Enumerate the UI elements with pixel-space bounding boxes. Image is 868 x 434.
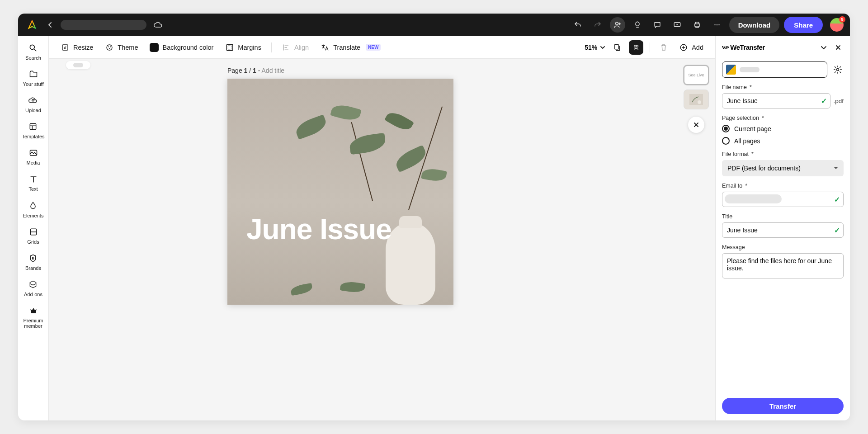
design-page[interactable]: June Issue bbox=[227, 79, 453, 305]
align-button: Align bbox=[278, 40, 312, 55]
close-thumbnails-button[interactable] bbox=[688, 117, 704, 133]
svg-point-3 bbox=[716, 24, 717, 25]
message-textarea[interactable]: Please find the files here for our June … bbox=[722, 253, 844, 278]
page-label[interactable]: Page 1 / 1 - Add title bbox=[227, 67, 284, 74]
grids-icon bbox=[28, 226, 39, 237]
wt-account-field[interactable] bbox=[722, 61, 827, 78]
sidebar-label: Grids bbox=[27, 239, 39, 245]
chevron-down-icon bbox=[600, 45, 605, 50]
add-title-link[interactable]: Add title bbox=[262, 67, 285, 74]
sidebar-label: Add-ons bbox=[24, 292, 42, 297]
svg-point-18 bbox=[634, 45, 637, 47]
bgcolor-button[interactable]: Background color bbox=[146, 40, 217, 55]
wt-header: weWeTransfer bbox=[716, 36, 850, 59]
sidebar-media[interactable]: Media bbox=[27, 147, 40, 165]
gear-icon[interactable] bbox=[832, 64, 844, 75]
back-button[interactable] bbox=[44, 19, 56, 31]
radio-all-pages[interactable]: All pages bbox=[722, 137, 844, 145]
resize-button[interactable]: Resize bbox=[57, 40, 97, 55]
svg-point-5 bbox=[30, 45, 35, 49]
canvas-toolbar: Resize Theme Background color Margins Al… bbox=[49, 36, 715, 59]
download-button[interactable]: Download bbox=[729, 17, 780, 33]
addons-icon bbox=[28, 279, 38, 290]
invite-icon[interactable] bbox=[610, 17, 625, 33]
canvas-viewport[interactable]: Page 1 / 1 - Add title June Issue See Li bbox=[49, 59, 715, 420]
file-format-label: File format bbox=[722, 151, 844, 157]
sidebar-elements[interactable]: Elements bbox=[23, 200, 44, 218]
sidebar-grids[interactable]: Grids bbox=[27, 226, 39, 245]
sidebar-addons[interactable]: Add-ons bbox=[24, 279, 42, 297]
more-icon[interactable] bbox=[709, 17, 725, 33]
wetransfer-logo: weWeTransfer bbox=[722, 43, 765, 51]
share-button[interactable]: Share bbox=[784, 17, 823, 33]
svg-point-13 bbox=[110, 46, 111, 47]
svg-rect-16 bbox=[228, 46, 232, 49]
sidebar-upload[interactable]: Upload bbox=[25, 95, 41, 113]
media-icon bbox=[28, 147, 39, 158]
file-format-select[interactable]: PDF (Best for documents) bbox=[722, 160, 844, 176]
print-icon[interactable] bbox=[689, 17, 705, 33]
layers-icon-button[interactable] bbox=[629, 40, 643, 55]
document-title-placeholder[interactable] bbox=[61, 20, 146, 30]
collapse-icon[interactable] bbox=[818, 42, 829, 53]
sidebar-label: Brands bbox=[25, 265, 41, 271]
svg-rect-15 bbox=[227, 44, 233, 51]
thumbnail-page-1[interactable] bbox=[684, 90, 709, 109]
email-to-label: Email to bbox=[722, 183, 844, 189]
cloud-sync-icon[interactable] bbox=[152, 19, 165, 31]
margins-button[interactable]: Margins bbox=[222, 40, 265, 55]
premium-icon bbox=[28, 305, 39, 316]
check-icon: ✓ bbox=[834, 195, 840, 204]
filename-input[interactable] bbox=[722, 93, 830, 108]
user-avatar[interactable] bbox=[830, 18, 844, 32]
sidebar-label: Media bbox=[27, 160, 40, 165]
undo-icon[interactable] bbox=[570, 17, 585, 33]
wt-account-icon bbox=[726, 65, 736, 75]
theme-button[interactable]: Theme bbox=[101, 40, 142, 55]
app-window: Download Share Search Your stuff Upload … bbox=[18, 14, 850, 420]
sidebar-label: Text bbox=[28, 186, 38, 192]
comment-icon[interactable] bbox=[650, 17, 665, 33]
add-page-button[interactable]: Add bbox=[675, 40, 707, 55]
svg-text:B: B bbox=[32, 256, 34, 259]
zoom-control[interactable]: 51% bbox=[585, 44, 605, 51]
text-icon bbox=[28, 174, 39, 184]
brands-icon: B bbox=[28, 253, 38, 264]
sidebar-text[interactable]: Text bbox=[28, 174, 39, 192]
page-thumbnails: See Live bbox=[684, 65, 709, 133]
radio-unselected-icon bbox=[722, 137, 730, 145]
canvas-area: Resize Theme Background color Margins Al… bbox=[49, 36, 715, 420]
svg-point-4 bbox=[718, 24, 719, 25]
sidebar-label: Upload bbox=[25, 108, 41, 113]
radio-selected-icon bbox=[722, 125, 730, 132]
page-selection-label: Page selection bbox=[722, 115, 844, 121]
pages-icon-button[interactable] bbox=[610, 40, 624, 55]
translate-button[interactable]: TranslateNEW bbox=[317, 40, 384, 55]
check-icon: ✓ bbox=[834, 226, 840, 235]
transfer-button[interactable]: Transfer bbox=[722, 398, 844, 414]
sidebar-templates[interactable]: Templates bbox=[22, 121, 44, 139]
thumbnail-blank[interactable]: See Live bbox=[684, 65, 709, 85]
close-icon[interactable] bbox=[833, 42, 844, 53]
sidebar-yourstuff[interactable]: Your stuff bbox=[23, 69, 44, 87]
title-label: Title bbox=[722, 213, 844, 220]
delete-button[interactable] bbox=[656, 40, 671, 55]
lightbulb-icon[interactable] bbox=[630, 17, 645, 33]
sidebar-search[interactable]: Search bbox=[25, 42, 41, 61]
radio-current-page[interactable]: Current page bbox=[722, 125, 844, 132]
sidebar-brands[interactable]: B Brands bbox=[25, 253, 41, 271]
page-title-text[interactable]: June Issue bbox=[246, 212, 392, 246]
title-input[interactable] bbox=[722, 222, 844, 238]
elements-icon bbox=[28, 200, 38, 211]
redo-icon[interactable] bbox=[590, 17, 605, 33]
theme-icon bbox=[105, 43, 114, 52]
svg-point-11 bbox=[107, 45, 112, 50]
wetransfer-panel: weWeTransfer File name bbox=[715, 36, 850, 420]
search-icon bbox=[28, 42, 38, 53]
translate-icon bbox=[321, 43, 330, 52]
floating-chip[interactable] bbox=[66, 61, 90, 69]
sidebar-premium[interactable]: Premium member bbox=[18, 305, 48, 329]
present-icon[interactable] bbox=[670, 17, 685, 33]
app-logo[interactable] bbox=[27, 20, 37, 30]
margins-icon bbox=[225, 43, 234, 52]
